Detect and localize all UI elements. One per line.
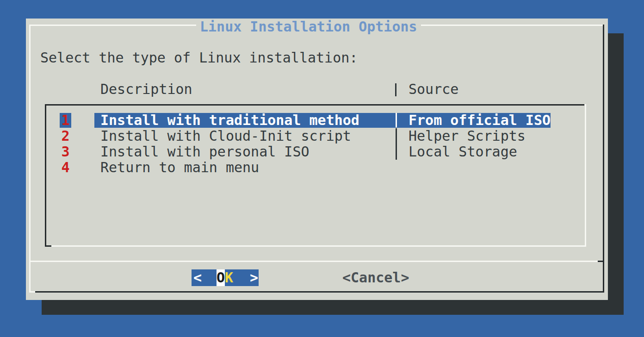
- ok-open-bracket: <: [193, 269, 202, 286]
- menu-row-3[interactable]: 3 Install with personal ISO Local Storag…: [45, 144, 583, 160]
- dialog-border-left: [29, 25, 31, 293]
- menu-item-description: Install with Cloud-Init script: [100, 128, 351, 144]
- ok-cursor-char: O: [217, 269, 225, 286]
- column-header-source: Source: [409, 81, 458, 97]
- menu-row-1[interactable]: 1 Install with traditional method From o…: [45, 112, 583, 128]
- menu-item-tag: 2: [60, 128, 71, 144]
- button-area-separator: [30, 261, 604, 262]
- ok-hotkey-rest: K: [225, 269, 233, 286]
- listbox-border-top: [45, 104, 584, 106]
- column-header-description: Description: [100, 81, 192, 97]
- menu-item-tag: 3: [60, 144, 71, 160]
- ok-button[interactable]: < O K >: [192, 269, 259, 286]
- menu-item-tag: 4: [60, 160, 71, 175]
- menu-listbox: 1 Install with traditional method From o…: [45, 104, 586, 247]
- menu-item-description: Return to main menu: [100, 160, 259, 175]
- dialog-border-right: [603, 25, 604, 293]
- dialog-border-bottom: [35, 291, 604, 293]
- menu-item-tag: 1: [60, 113, 71, 128]
- terminal-screen: Linux Installation Options Select the ty…: [0, 0, 644, 337]
- dialog-title: Linux Installation Options: [196, 19, 421, 34]
- menu-item-source: Helper Scripts: [409, 128, 526, 144]
- menu-item-source: Local Storage: [409, 144, 517, 160]
- cancel-button[interactable]: <Cancel>: [342, 270, 409, 286]
- menu-row-2[interactable]: 2 Install with Cloud-Init script Helper …: [45, 128, 583, 144]
- button-area-separator-cap: [598, 261, 604, 262]
- dialog-prompt: Select the type of Linux installation:: [40, 50, 358, 66]
- menu-item-description: Install with personal ISO: [100, 144, 310, 160]
- listbox-border-bottom: [51, 245, 586, 247]
- menu-item-source: From official ISO: [409, 112, 551, 128]
- ok-close-bracket: >: [250, 269, 258, 286]
- menu-item-description: Install with traditional method: [100, 112, 359, 128]
- column-separator: [395, 83, 396, 96]
- row-column-separator: [396, 144, 397, 160]
- row-column-separator: [396, 128, 397, 144]
- menu-row-4[interactable]: 4 Return to main menu: [45, 160, 583, 175]
- row-column-separator: [396, 113, 397, 127]
- installation-options-dialog: Linux Installation Options Select the ty…: [26, 19, 608, 300]
- dialog-border-corner: [29, 291, 35, 293]
- listbox-border-right: [585, 104, 586, 247]
